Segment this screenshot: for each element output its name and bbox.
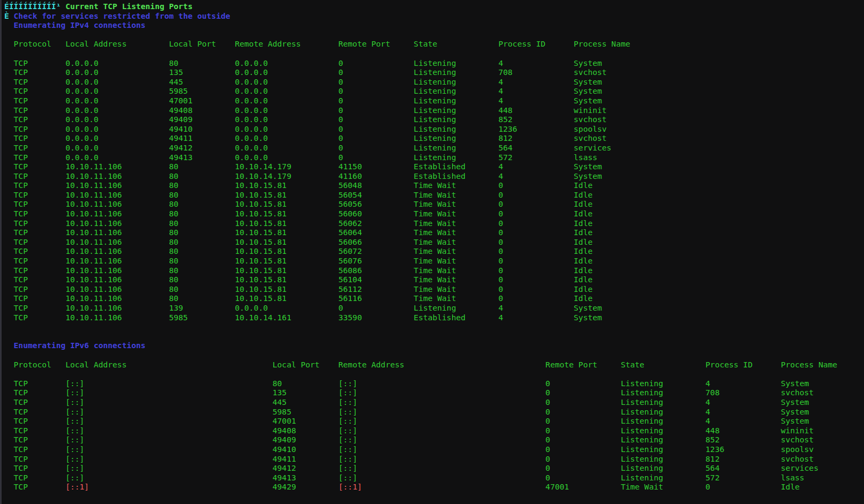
cell-process-id: 4 [498, 96, 574, 106]
cell-process-id: 4 [498, 313, 574, 322]
cell-remote-address: 10.10.15.81 [235, 199, 338, 209]
cell-local-port: 49409 [273, 435, 339, 445]
cell-process-id: 4 [705, 379, 781, 388]
cell-remote-port: 0 [339, 67, 414, 77]
cell-state: Listening [621, 454, 705, 464]
banner-border-glyphs: ÉÍÍÍÍÍÍÍÍÍÍ¹ [4, 2, 61, 11]
cell-local-port: 80 [169, 256, 235, 266]
cell-process-name: Idle [781, 482, 800, 492]
cell-local-port: 135 [273, 388, 339, 397]
cell-remote-port: 0 [339, 115, 414, 124]
cell-remote-address: 10.10.15.81 [235, 209, 338, 219]
connection-row: TCP10.10.11.1068010.10.15.8156056Time Wa… [14, 199, 864, 209]
cell-protocol: TCP [14, 219, 66, 228]
cell-local-address: 10.10.11.106 [65, 199, 169, 209]
cell-local-port: 80 [169, 284, 235, 294]
cell-state: Time Wait [621, 482, 705, 492]
section-title: Current TCP Listening Ports [65, 2, 192, 11]
col-header-protocol: Protocol [14, 360, 66, 370]
cell-remote-address: 10.10.14.179 [235, 162, 338, 171]
cell-process-id: 448 [705, 426, 781, 435]
cell-remote-port: 0 [545, 397, 621, 407]
cell-remote-port: 0 [339, 58, 414, 68]
cell-state: Listening [414, 124, 498, 134]
cell-remote-port: 56072 [339, 246, 414, 256]
cell-remote-address: 0.0.0.0 [235, 77, 338, 87]
cell-local-address: 10.10.11.106 [65, 190, 169, 200]
cell-local-port: 49410 [169, 124, 235, 134]
cell-remote-address: [::] [339, 454, 546, 464]
cell-process-name: Idle [574, 256, 592, 266]
terminal-window[interactable]: ÉÍÍÍÍÍÍÍÍÍÍ¹Current TCP Listening Ports … [0, 0, 864, 504]
cell-process-name: Idle [574, 219, 592, 228]
cell-local-address: 0.0.0.0 [65, 77, 169, 87]
cell-process-id: 0 [705, 482, 781, 492]
cell-remote-port: 41150 [339, 162, 414, 171]
cell-process-name: System [574, 58, 602, 68]
connection-row: TCP0.0.0.0494130.0.0.00Listening572lsass [14, 153, 864, 162]
cell-remote-address: 10.10.15.81 [235, 228, 338, 237]
cell-remote-address: 0.0.0.0 [235, 124, 338, 134]
cell-local-address: [::1] [65, 482, 273, 492]
cell-process-name: System [781, 407, 809, 417]
cell-state: Time Wait [414, 275, 498, 284]
cell-remote-address: [::1] [339, 482, 546, 492]
cell-state: Time Wait [414, 180, 498, 190]
cell-local-port: 80 [169, 275, 235, 284]
cell-process-name: System [574, 86, 602, 96]
cell-local-address: [::] [65, 397, 273, 407]
cell-state: Time Wait [414, 209, 498, 219]
cell-protocol: TCP [14, 67, 66, 77]
cell-process-id: 0 [498, 294, 574, 303]
cell-local-port: 80 [169, 199, 235, 209]
cell-state: Listening [414, 67, 498, 77]
col-header-local-port: Local Port [273, 360, 339, 370]
cell-process-name: services [781, 463, 818, 473]
connection-row: TCP10.10.11.1068010.10.15.8156086Time Wa… [14, 266, 864, 275]
cell-local-address: [::] [65, 445, 273, 454]
cell-state: Listening [621, 445, 705, 454]
ipv6-table-header: ProtocolLocal AddressLocal PortRemote Ad… [14, 360, 864, 370]
cell-process-id: 0 [498, 228, 574, 237]
connection-row: TCP[::]80[::]0Listening4System [14, 379, 864, 388]
cell-protocol: TCP [14, 397, 66, 407]
ipv4-table-header: ProtocolLocal AddressLocal PortRemote Ad… [14, 39, 864, 49]
cell-remote-address: 0.0.0.0 [235, 143, 338, 153]
cell-process-id: 0 [498, 266, 574, 275]
cell-state: Listening [621, 473, 705, 483]
cell-remote-address: 10.10.14.179 [235, 171, 338, 181]
cell-state: Listening [621, 426, 705, 435]
cell-local-address: 10.10.11.106 [65, 209, 169, 219]
connection-row: TCP0.0.0.0494110.0.0.00Listening812svcho… [14, 133, 864, 143]
cell-state: Established [414, 171, 498, 181]
cell-remote-address: [::] [339, 473, 546, 483]
cell-protocol: TCP [14, 416, 66, 426]
cell-state: Listening [414, 143, 498, 153]
cell-local-address: 10.10.11.106 [65, 313, 169, 322]
cell-process-name: wininit [574, 106, 607, 115]
cell-state: Listening [414, 106, 498, 115]
cell-process-name: System [781, 416, 809, 426]
cell-process-name: svchost [781, 435, 814, 445]
cell-process-id: 4 [498, 171, 574, 181]
cell-process-name: Idle [574, 209, 592, 219]
cell-remote-port: 56060 [339, 209, 414, 219]
cell-protocol: TCP [14, 190, 66, 200]
cell-process-name: Idle [574, 180, 592, 190]
cell-remote-address: [::] [339, 435, 546, 445]
cell-process-name: services [574, 143, 611, 153]
cell-local-address: 10.10.11.106 [65, 228, 169, 237]
connection-row: TCP0.0.0.0494120.0.0.00Listening564servi… [14, 143, 864, 153]
col-header-state: State [621, 360, 705, 370]
cell-state: Listening [414, 96, 498, 106]
cell-process-name: System [574, 96, 602, 106]
cell-state: Listening [621, 379, 705, 388]
cell-remote-address: 0.0.0.0 [235, 106, 338, 115]
cell-remote-address: 0.0.0.0 [235, 58, 338, 68]
cell-local-address: [::] [65, 426, 273, 435]
cell-protocol: TCP [14, 133, 66, 143]
cell-remote-address: 10.10.15.81 [235, 256, 338, 266]
cell-remote-port: 56104 [339, 275, 414, 284]
col-header-process-name: Process Name [574, 39, 630, 49]
connection-row: TCP10.10.11.1068010.10.15.8156060Time Wa… [14, 209, 864, 219]
